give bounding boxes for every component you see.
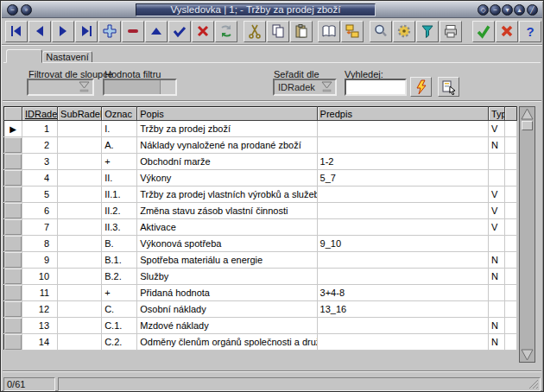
print-button[interactable]	[440, 21, 462, 42]
insert-record-button[interactable]	[98, 21, 121, 42]
table-row[interactable]: 11 + Přidaná hodnota 3+4-8	[4, 285, 517, 301]
transfer-button[interactable]	[341, 21, 364, 42]
prior-record-button[interactable]	[28, 21, 51, 42]
last-record-button[interactable]	[75, 21, 98, 42]
cell-predpis	[317, 137, 488, 154]
table-row[interactable]: 5 II.1. Tržby za prodej vlastních výrobk…	[4, 187, 517, 203]
cell-idradek: 12	[22, 301, 58, 318]
cell-predpis	[317, 219, 488, 236]
cell-predpis	[317, 269, 488, 285]
sort-combobox[interactable]: IDRadek	[273, 79, 337, 96]
cell-typ	[488, 301, 504, 318]
maximize-icon[interactable]: ◇	[478, 4, 489, 16]
filter-panel-divider	[3, 100, 541, 102]
filter-value-input[interactable]	[103, 79, 177, 96]
refresh-button[interactable]	[215, 21, 237, 42]
post-record-button[interactable]	[168, 21, 191, 42]
ok-button[interactable]	[472, 21, 495, 42]
window-menu-icon[interactable]: −	[7, 4, 18, 16]
shade-down-icon[interactable]: ▾	[502, 4, 513, 16]
row-indicator	[4, 187, 22, 203]
tab-settings[interactable]: Nastavení	[42, 51, 92, 63]
settings-button[interactable]	[393, 21, 415, 42]
next-record-button[interactable]	[52, 21, 74, 42]
tab-active-blank[interactable]	[6, 49, 42, 63]
sticky-icon[interactable]: ∘	[21, 4, 32, 16]
cell-popis: Tržby za prodej zboží	[137, 121, 317, 137]
copy-button[interactable]	[267, 21, 289, 42]
header-filler	[504, 107, 516, 121]
cell-subradek	[58, 318, 102, 334]
cancel-record-button[interactable]	[192, 21, 214, 42]
header-subradek[interactable]: SubRadek	[58, 107, 102, 121]
first-record-button[interactable]	[5, 21, 28, 42]
header-predpis[interactable]: Predpis	[317, 107, 488, 121]
table-row[interactable]: 9 B.1. Spotřeba materiálu a energie N	[4, 252, 517, 269]
paste-button[interactable]	[290, 21, 313, 42]
cell-typ: N	[488, 252, 504, 269]
header-idradek[interactable]: IDRadek	[22, 107, 58, 121]
close-icon[interactable]: ╱	[527, 4, 538, 16]
filter-button[interactable]	[416, 21, 439, 42]
row-indicator	[4, 269, 22, 285]
scissors-icon	[247, 23, 263, 39]
help-button[interactable]: ?	[519, 21, 541, 42]
cell-typ: V	[488, 219, 504, 236]
cell-oznac: I.	[102, 121, 137, 137]
search-input[interactable]	[345, 79, 407, 96]
cell-filler	[504, 236, 516, 252]
header-typ[interactable]: Typ	[488, 107, 504, 121]
row-indicator	[4, 203, 22, 219]
table-row[interactable]: 6 II.2. Změna stavu zásob vlastní činnos…	[4, 203, 517, 219]
row-indicator	[4, 219, 22, 236]
sort-value: IDRadek	[278, 82, 315, 92]
cell-subradek	[58, 269, 102, 285]
table-row[interactable]: 13 C.1. Mzdové náklady N	[4, 318, 517, 334]
search-button[interactable]	[370, 21, 392, 42]
scrollbar-thumb[interactable]	[522, 121, 533, 130]
table-row[interactable]: 3 + Obchodní marže 1-2	[4, 154, 517, 170]
cell-subradek	[58, 236, 102, 252]
shade-up-icon[interactable]: ▴	[514, 4, 525, 16]
cell-typ: N	[488, 334, 504, 351]
cut-button[interactable]	[244, 21, 266, 42]
resize-grip-icon[interactable]	[528, 378, 539, 389]
cell-popis: Služby	[137, 269, 317, 285]
table-row[interactable]: 12 C. Osobní náklady 13_16	[4, 301, 517, 318]
cell-typ: V	[488, 203, 504, 219]
header-oznac[interactable]: Oznac	[102, 107, 137, 121]
header-indicator	[4, 107, 22, 121]
table-row[interactable]: 7 II.3. Aktivace V	[4, 219, 517, 236]
table-row[interactable]: ▶ 1 I. Tržby za prodej zboží V	[4, 121, 517, 137]
magnifier-icon	[373, 23, 389, 39]
cell-subradek	[58, 121, 102, 137]
minimize-icon[interactable]: −	[490, 4, 501, 16]
codebook-button[interactable]	[318, 21, 340, 42]
vertical-scrollbar[interactable]	[519, 106, 535, 363]
pick-record-button[interactable]	[438, 77, 459, 97]
filter-column-combobox[interactable]	[27, 79, 94, 96]
cell-idradek: 11	[22, 285, 58, 301]
cell-typ: N	[488, 137, 504, 154]
cell-popis: Náklady vynaložené na prodané zboží	[137, 137, 317, 154]
cell-oznac: II.2.	[102, 203, 137, 219]
delete-record-button[interactable]	[122, 21, 144, 42]
cell-filler	[504, 154, 516, 170]
cell-filler	[504, 285, 516, 301]
cancel-button[interactable]	[496, 21, 518, 42]
table-row[interactable]: 4 II. Výkony 5_7	[4, 170, 517, 187]
table-row[interactable]: 10 B.2. Služby N	[4, 269, 517, 285]
cell-subradek	[58, 170, 102, 187]
folders-transfer-icon	[345, 23, 360, 39]
edit-record-button[interactable]	[145, 21, 168, 42]
header-popis[interactable]: Popis	[137, 107, 317, 121]
table-row[interactable]: 2 A. Náklady vynaložené na prodané zboží…	[4, 137, 517, 154]
table-row[interactable]: 8 B. Výkonová spotřeba 9_10	[4, 236, 517, 252]
row-indicator	[4, 285, 22, 301]
cell-subradek	[58, 187, 102, 203]
cell-filler	[504, 187, 516, 203]
filter-value-subbutton[interactable]	[160, 80, 175, 94]
records-table: IDRadek SubRadek Oznac Popis Predpis Typ…	[3, 106, 517, 351]
table-row[interactable]: 14 C.2. Odměny členům orgánů společnosti…	[4, 334, 517, 351]
search-execute-button[interactable]	[410, 77, 432, 97]
